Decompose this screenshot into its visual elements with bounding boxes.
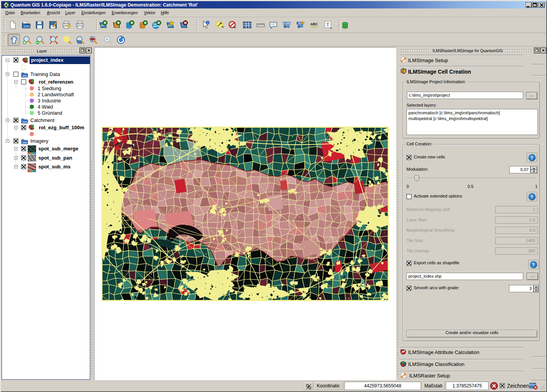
svg-text:T: T [326,22,329,27]
svg-text:i: i [207,21,208,25]
svg-text:HOME: HOME [283,22,291,25]
svg-text:ABC: ABC [310,22,318,26]
